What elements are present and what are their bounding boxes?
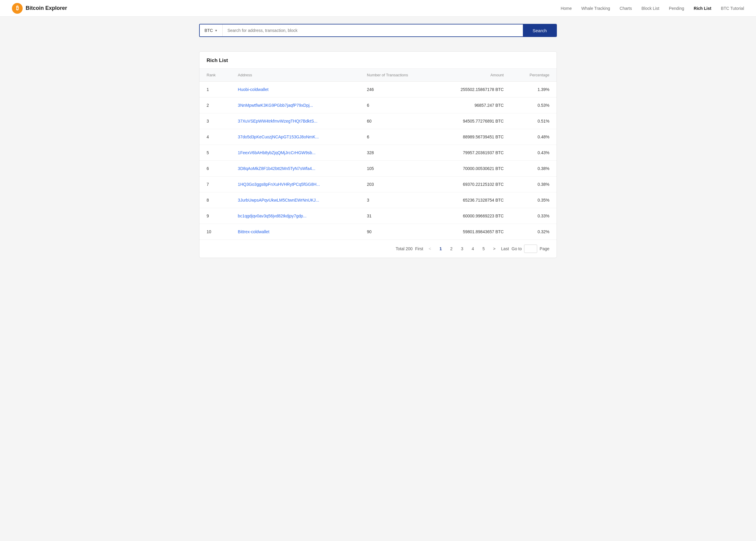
nav-whale-tracking[interactable]: Whale Tracking [581, 6, 610, 11]
address-cell: 3JurbUwpsAPqvUkwLM5CtwnEWrNnUKJ... [231, 192, 360, 208]
percentage-cell: 1.39% [511, 82, 557, 98]
card-title: Rich List [199, 52, 557, 69]
address-link[interactable]: 1HQ3Go3ggs8pFnXuHVHRytPCq5fGG8H... [238, 182, 320, 187]
tx-cell: 3 [360, 192, 434, 208]
search-button[interactable]: Search [523, 24, 556, 36]
percentage-cell: 0.38% [511, 161, 557, 177]
address-cell: 1FeexV6bAHb8ybZjqQMjJrcCrHGW9sb... [231, 145, 360, 161]
amount-cell: 59801.89843657 BTC [434, 224, 511, 240]
rank-cell: 1 [199, 82, 231, 98]
rank-cell: 10 [199, 224, 231, 240]
page-label: Page [540, 246, 549, 251]
table-row: 437do5d3pKeCuozjNCApGT153GJ8oNmK...68898… [199, 129, 557, 145]
table-row: 10Bittrex-coldwallet9059801.89843657 BTC… [199, 224, 557, 240]
page-5-btn[interactable]: 5 [479, 245, 488, 253]
table-header-row: Rank Address Number of Transactions Amou… [199, 69, 557, 82]
search-section: BTC ▼ Search [0, 17, 756, 44]
percentage-cell: 0.38% [511, 177, 557, 192]
nav-block-list[interactable]: Block List [641, 6, 659, 11]
nav-btc-tutorial[interactable]: BTC Tutorial [721, 6, 744, 11]
rank-cell: 7 [199, 177, 231, 192]
address-cell: Huobi-coldwallet [231, 82, 360, 98]
amount-cell: 255502.15867178 BTC [434, 82, 511, 98]
last-page-btn[interactable]: Last [501, 245, 509, 253]
amount-cell: 79957.20361937 BTC [434, 145, 511, 161]
main-content: Rich List Rank Address Number of Transac… [187, 44, 569, 265]
address-link[interactable]: 3JurbUwpsAPqvUkwLM5CtwnEWrNnUKJ... [238, 198, 319, 203]
navbar: ₿ Bitcoin Explorer Home Whale Tracking C… [0, 0, 756, 17]
address-link[interactable]: 37XuVSEpWW4trkfmvWzegTHQt7BdktS... [238, 119, 318, 124]
address-cell: 3NnMpwtfiwK3KG9PGbb7jaqfP79xDpj... [231, 98, 360, 113]
address-link[interactable]: 3NnMpwtfiwK3KG9PGbb7jaqfP79xDpj... [238, 103, 313, 108]
address-cell: Bittrex-coldwallet [231, 224, 360, 240]
address-link[interactable]: 1FeexV6bAHb8ybZjqQMjJrcCrHGW9sb... [238, 150, 316, 155]
nav-pending[interactable]: Pending [669, 6, 684, 11]
tx-cell: 6 [360, 129, 434, 145]
pagination: Total 200 First < 1 2 3 4 5 > Last Go to… [199, 240, 557, 258]
first-page-btn[interactable]: First [415, 245, 423, 253]
currency-label: BTC [204, 28, 213, 33]
address-link[interactable]: 3D8qAoMkZ8F1b42btt2Mn5TyN7sWfa4... [238, 166, 315, 171]
percentage-cell: 0.32% [511, 224, 557, 240]
tx-cell: 6 [360, 98, 434, 113]
rank-cell: 2 [199, 98, 231, 113]
tx-cell: 203 [360, 177, 434, 192]
search-bar: BTC ▼ Search [199, 24, 557, 37]
nav-home[interactable]: Home [561, 6, 572, 11]
table-row: 63D8qAoMkZ8F1b42btt2Mn5TyN7sWfa4...10570… [199, 161, 557, 177]
percentage-cell: 0.53% [511, 98, 557, 113]
tx-cell: 246 [360, 82, 434, 98]
tx-cell: 31 [360, 208, 434, 224]
col-rank: Rank [199, 69, 231, 82]
amount-cell: 69370.22125102 BTC [434, 177, 511, 192]
percentage-cell: 0.35% [511, 192, 557, 208]
amount-cell: 94505.77276891 BTC [434, 113, 511, 129]
amount-cell: 60000.99669223 BTC [434, 208, 511, 224]
tx-cell: 60 [360, 113, 434, 129]
nav-rich-list[interactable]: Rich List [694, 6, 711, 11]
total-label: Total 200 [395, 246, 412, 251]
amount-cell: 70000.00530621 BTC [434, 161, 511, 177]
table-row: 9bc1qgdjqv0av3q56jvd82tkdjpy7gdp...31600… [199, 208, 557, 224]
percentage-cell: 0.33% [511, 208, 557, 224]
page-4-btn[interactable]: 4 [469, 245, 477, 253]
page-2-btn[interactable]: 2 [447, 245, 455, 253]
nav-charts[interactable]: Charts [620, 6, 632, 11]
amount-cell: 96857.247 BTC [434, 98, 511, 113]
go-to-label: Go to [512, 246, 522, 251]
address-link[interactable]: Huobi-coldwallet [238, 87, 269, 92]
address-cell: 1HQ3Go3ggs8pFnXuHVHRytPCq5fGG8H... [231, 177, 360, 192]
address-cell: bc1qgdjqv0av3q56jvd82tkdjpy7gdp... [231, 208, 360, 224]
table-row: 51FeexV6bAHb8ybZjqQMjJrcCrHGW9sb...32879… [199, 145, 557, 161]
rank-cell: 4 [199, 129, 231, 145]
address-cell: 37XuVSEpWW4trkfmvWzegTHQt7BdktS... [231, 113, 360, 129]
table-row: 23NnMpwtfiwK3KG9PGbb7jaqfP79xDpj...69685… [199, 98, 557, 113]
percentage-cell: 0.43% [511, 145, 557, 161]
table-row: 1Huobi-coldwallet246255502.15867178 BTC1… [199, 82, 557, 98]
percentage-cell: 0.51% [511, 113, 557, 129]
address-link[interactable]: 37do5d3pKeCuozjNCApGT153GJ8oNmK... [238, 135, 319, 139]
rank-cell: 9 [199, 208, 231, 224]
currency-selector[interactable]: BTC ▼ [200, 24, 223, 36]
address-cell: 37do5d3pKeCuozjNCApGT153GJ8oNmK... [231, 129, 360, 145]
tx-cell: 328 [360, 145, 434, 161]
col-tx: Number of Transactions [360, 69, 434, 82]
page-1-btn[interactable]: 1 [436, 245, 445, 253]
rank-cell: 6 [199, 161, 231, 177]
amount-cell: 88989.56739451 BTC [434, 129, 511, 145]
table-row: 83JurbUwpsAPqvUkwLM5CtwnEWrNnUKJ...36523… [199, 192, 557, 208]
rich-list-table: Rank Address Number of Transactions Amou… [199, 69, 557, 240]
col-address: Address [231, 69, 360, 82]
rank-cell: 3 [199, 113, 231, 129]
table-row: 71HQ3Go3ggs8pFnXuHVHRytPCq5fGG8H...20369… [199, 177, 557, 192]
prev-page-btn[interactable]: < [426, 245, 434, 253]
address-link[interactable]: bc1qgdjqv0av3q56jvd82tkdjpy7gdp... [238, 214, 307, 218]
next-page-btn[interactable]: > [490, 245, 498, 253]
address-link[interactable]: Bittrex-coldwallet [238, 229, 270, 234]
tx-cell: 105 [360, 161, 434, 177]
brand-name: Bitcoin Explorer [26, 5, 67, 11]
search-input[interactable] [223, 24, 523, 36]
table-row: 337XuVSEpWW4trkfmvWzegTHQt7BdktS...60945… [199, 113, 557, 129]
go-to-page-input[interactable] [524, 245, 537, 253]
page-3-btn[interactable]: 3 [458, 245, 466, 253]
